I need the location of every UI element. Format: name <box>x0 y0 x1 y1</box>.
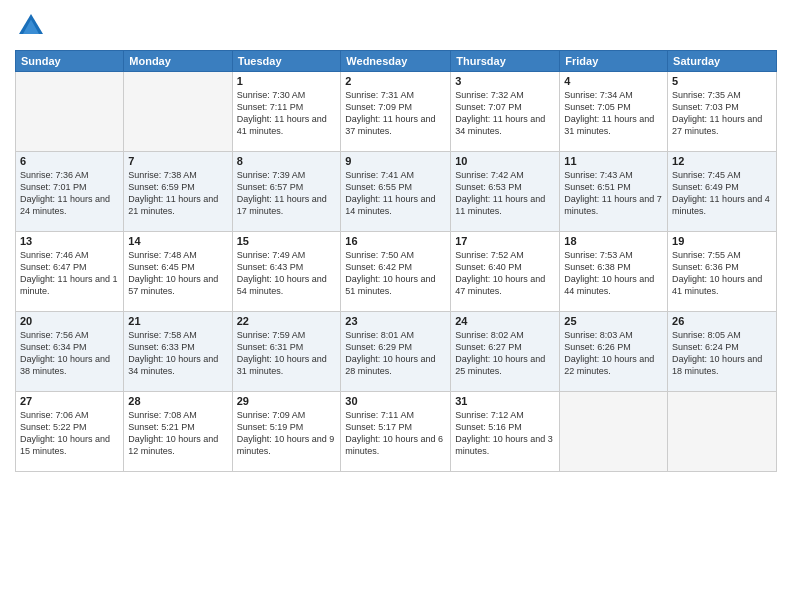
calendar-cell: 11Sunrise: 7:43 AMSunset: 6:51 PMDayligh… <box>560 152 668 232</box>
day-info: Sunrise: 7:06 AMSunset: 5:22 PMDaylight:… <box>20 409 119 458</box>
day-info: Sunrise: 7:11 AMSunset: 5:17 PMDaylight:… <box>345 409 446 458</box>
weekday-header-saturday: Saturday <box>668 51 777 72</box>
day-info: Sunrise: 7:49 AMSunset: 6:43 PMDaylight:… <box>237 249 337 298</box>
day-info: Sunrise: 7:35 AMSunset: 7:03 PMDaylight:… <box>672 89 772 138</box>
day-info: Sunrise: 7:58 AMSunset: 6:33 PMDaylight:… <box>128 329 227 378</box>
calendar-cell: 22Sunrise: 7:59 AMSunset: 6:31 PMDayligh… <box>232 312 341 392</box>
calendar-cell <box>124 72 232 152</box>
calendar-cell: 4Sunrise: 7:34 AMSunset: 7:05 PMDaylight… <box>560 72 668 152</box>
calendar-cell: 7Sunrise: 7:38 AMSunset: 6:59 PMDaylight… <box>124 152 232 232</box>
logo-icon <box>15 10 47 42</box>
calendar-cell: 24Sunrise: 8:02 AMSunset: 6:27 PMDayligh… <box>451 312 560 392</box>
calendar-cell: 19Sunrise: 7:55 AMSunset: 6:36 PMDayligh… <box>668 232 777 312</box>
day-number: 6 <box>20 155 119 167</box>
day-number: 22 <box>237 315 337 327</box>
day-number: 2 <box>345 75 446 87</box>
day-info: Sunrise: 7:41 AMSunset: 6:55 PMDaylight:… <box>345 169 446 218</box>
day-number: 1 <box>237 75 337 87</box>
day-number: 27 <box>20 395 119 407</box>
day-number: 19 <box>672 235 772 247</box>
calendar-row-2: 13Sunrise: 7:46 AMSunset: 6:47 PMDayligh… <box>16 232 777 312</box>
calendar-cell: 29Sunrise: 7:09 AMSunset: 5:19 PMDayligh… <box>232 392 341 472</box>
day-number: 18 <box>564 235 663 247</box>
day-number: 13 <box>20 235 119 247</box>
calendar-cell: 9Sunrise: 7:41 AMSunset: 6:55 PMDaylight… <box>341 152 451 232</box>
day-info: Sunrise: 7:38 AMSunset: 6:59 PMDaylight:… <box>128 169 227 218</box>
day-info: Sunrise: 7:43 AMSunset: 6:51 PMDaylight:… <box>564 169 663 218</box>
day-info: Sunrise: 7:36 AMSunset: 7:01 PMDaylight:… <box>20 169 119 218</box>
calendar-cell: 23Sunrise: 8:01 AMSunset: 6:29 PMDayligh… <box>341 312 451 392</box>
calendar-cell: 3Sunrise: 7:32 AMSunset: 7:07 PMDaylight… <box>451 72 560 152</box>
day-number: 7 <box>128 155 227 167</box>
day-info: Sunrise: 7:45 AMSunset: 6:49 PMDaylight:… <box>672 169 772 218</box>
day-info: Sunrise: 7:59 AMSunset: 6:31 PMDaylight:… <box>237 329 337 378</box>
day-number: 16 <box>345 235 446 247</box>
calendar-cell: 27Sunrise: 7:06 AMSunset: 5:22 PMDayligh… <box>16 392 124 472</box>
weekday-header-wednesday: Wednesday <box>341 51 451 72</box>
day-info: Sunrise: 7:50 AMSunset: 6:42 PMDaylight:… <box>345 249 446 298</box>
day-info: Sunrise: 7:30 AMSunset: 7:11 PMDaylight:… <box>237 89 337 138</box>
day-info: Sunrise: 7:52 AMSunset: 6:40 PMDaylight:… <box>455 249 555 298</box>
day-number: 10 <box>455 155 555 167</box>
weekday-header-friday: Friday <box>560 51 668 72</box>
calendar-cell: 18Sunrise: 7:53 AMSunset: 6:38 PMDayligh… <box>560 232 668 312</box>
calendar-cell: 20Sunrise: 7:56 AMSunset: 6:34 PMDayligh… <box>16 312 124 392</box>
day-number: 29 <box>237 395 337 407</box>
day-number: 21 <box>128 315 227 327</box>
calendar-row-1: 6Sunrise: 7:36 AMSunset: 7:01 PMDaylight… <box>16 152 777 232</box>
day-info: Sunrise: 7:55 AMSunset: 6:36 PMDaylight:… <box>672 249 772 298</box>
day-info: Sunrise: 7:32 AMSunset: 7:07 PMDaylight:… <box>455 89 555 138</box>
weekday-header-row: SundayMondayTuesdayWednesdayThursdayFrid… <box>16 51 777 72</box>
day-number: 28 <box>128 395 227 407</box>
calendar-cell <box>16 72 124 152</box>
calendar-cell: 1Sunrise: 7:30 AMSunset: 7:11 PMDaylight… <box>232 72 341 152</box>
day-number: 31 <box>455 395 555 407</box>
calendar-cell: 25Sunrise: 8:03 AMSunset: 6:26 PMDayligh… <box>560 312 668 392</box>
day-info: Sunrise: 7:08 AMSunset: 5:21 PMDaylight:… <box>128 409 227 458</box>
calendar-cell: 26Sunrise: 8:05 AMSunset: 6:24 PMDayligh… <box>668 312 777 392</box>
weekday-header-tuesday: Tuesday <box>232 51 341 72</box>
day-number: 25 <box>564 315 663 327</box>
calendar-cell: 5Sunrise: 7:35 AMSunset: 7:03 PMDaylight… <box>668 72 777 152</box>
calendar-row-0: 1Sunrise: 7:30 AMSunset: 7:11 PMDaylight… <box>16 72 777 152</box>
page: SundayMondayTuesdayWednesdayThursdayFrid… <box>0 0 792 612</box>
weekday-header-monday: Monday <box>124 51 232 72</box>
calendar-row-3: 20Sunrise: 7:56 AMSunset: 6:34 PMDayligh… <box>16 312 777 392</box>
weekday-header-thursday: Thursday <box>451 51 560 72</box>
calendar: SundayMondayTuesdayWednesdayThursdayFrid… <box>15 50 777 472</box>
day-info: Sunrise: 7:12 AMSunset: 5:16 PMDaylight:… <box>455 409 555 458</box>
day-number: 14 <box>128 235 227 247</box>
day-info: Sunrise: 7:46 AMSunset: 6:47 PMDaylight:… <box>20 249 119 298</box>
day-info: Sunrise: 8:01 AMSunset: 6:29 PMDaylight:… <box>345 329 446 378</box>
calendar-cell: 21Sunrise: 7:58 AMSunset: 6:33 PMDayligh… <box>124 312 232 392</box>
day-number: 26 <box>672 315 772 327</box>
calendar-cell <box>668 392 777 472</box>
logo <box>15 10 51 42</box>
calendar-cell: 10Sunrise: 7:42 AMSunset: 6:53 PMDayligh… <box>451 152 560 232</box>
day-info: Sunrise: 7:56 AMSunset: 6:34 PMDaylight:… <box>20 329 119 378</box>
calendar-cell: 2Sunrise: 7:31 AMSunset: 7:09 PMDaylight… <box>341 72 451 152</box>
calendar-cell: 31Sunrise: 7:12 AMSunset: 5:16 PMDayligh… <box>451 392 560 472</box>
day-number: 20 <box>20 315 119 327</box>
calendar-row-4: 27Sunrise: 7:06 AMSunset: 5:22 PMDayligh… <box>16 392 777 472</box>
day-info: Sunrise: 7:09 AMSunset: 5:19 PMDaylight:… <box>237 409 337 458</box>
calendar-cell: 8Sunrise: 7:39 AMSunset: 6:57 PMDaylight… <box>232 152 341 232</box>
day-info: Sunrise: 7:42 AMSunset: 6:53 PMDaylight:… <box>455 169 555 218</box>
day-number: 11 <box>564 155 663 167</box>
day-number: 12 <box>672 155 772 167</box>
day-info: Sunrise: 7:53 AMSunset: 6:38 PMDaylight:… <box>564 249 663 298</box>
calendar-cell <box>560 392 668 472</box>
day-number: 4 <box>564 75 663 87</box>
day-number: 3 <box>455 75 555 87</box>
day-number: 8 <box>237 155 337 167</box>
day-info: Sunrise: 7:34 AMSunset: 7:05 PMDaylight:… <box>564 89 663 138</box>
day-number: 17 <box>455 235 555 247</box>
calendar-cell: 30Sunrise: 7:11 AMSunset: 5:17 PMDayligh… <box>341 392 451 472</box>
day-number: 30 <box>345 395 446 407</box>
day-info: Sunrise: 7:48 AMSunset: 6:45 PMDaylight:… <box>128 249 227 298</box>
calendar-cell: 28Sunrise: 7:08 AMSunset: 5:21 PMDayligh… <box>124 392 232 472</box>
calendar-cell: 14Sunrise: 7:48 AMSunset: 6:45 PMDayligh… <box>124 232 232 312</box>
day-info: Sunrise: 7:31 AMSunset: 7:09 PMDaylight:… <box>345 89 446 138</box>
calendar-cell: 15Sunrise: 7:49 AMSunset: 6:43 PMDayligh… <box>232 232 341 312</box>
calendar-cell: 17Sunrise: 7:52 AMSunset: 6:40 PMDayligh… <box>451 232 560 312</box>
